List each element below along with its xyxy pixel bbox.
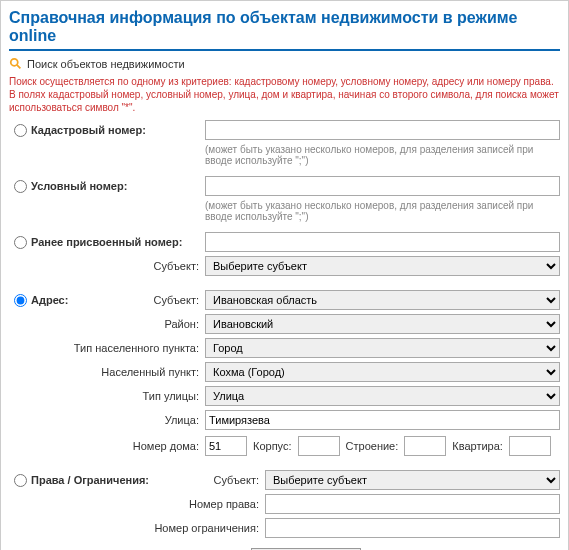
- input-addr-street[interactable]: [205, 410, 560, 430]
- label-rights-limit: Номер ограничения:: [27, 522, 265, 534]
- label-addr-street: Улица:: [27, 414, 205, 426]
- label-cadastral: Кадастровый номер:: [27, 124, 205, 136]
- search-icon: [9, 57, 23, 71]
- form-container: Справочная информация по объектам недвиж…: [0, 0, 569, 550]
- select-addr-np[interactable]: Кохма (Город): [205, 362, 560, 382]
- note-cadastral: (может быть указано несколько номеров, д…: [9, 144, 560, 166]
- label-addr-streettype: Тип улицы:: [27, 390, 205, 402]
- label-rights-subject: Субъект:: [167, 474, 265, 486]
- label-addr-house: Номер дома:: [27, 440, 205, 452]
- label-rights: Права / Ограничения:: [27, 474, 167, 486]
- search-header: Поиск объектов недвижимости: [9, 57, 560, 71]
- radio-cadastral[interactable]: [14, 124, 27, 137]
- svg-line-1: [17, 65, 21, 69]
- label-addr-subject: Субъект:: [87, 294, 205, 306]
- svg-point-0: [11, 59, 18, 66]
- label-addr-build: Строение:: [346, 440, 399, 452]
- hint-text: Поиск осуществляется по одному из критер…: [9, 75, 560, 114]
- input-prev[interactable]: [205, 232, 560, 252]
- note-conditional: (может быть указано несколько номеров, д…: [9, 200, 560, 222]
- select-addr-subject[interactable]: Ивановская область: [205, 290, 560, 310]
- select-addr-streettype[interactable]: Улица: [205, 386, 560, 406]
- hint-line-1: Поиск осуществляется по одному из критер…: [9, 75, 560, 88]
- radio-prev[interactable]: [14, 236, 27, 249]
- label-rights-num: Номер права:: [27, 498, 265, 510]
- input-cadastral[interactable]: [205, 120, 560, 140]
- label-conditional: Условный номер:: [27, 180, 205, 192]
- input-addr-house[interactable]: [205, 436, 247, 456]
- input-addr-build[interactable]: [404, 436, 446, 456]
- select-rights-subject[interactable]: Выберите субъект: [265, 470, 560, 490]
- input-addr-korpus[interactable]: [298, 436, 340, 456]
- label-addr-rayon: Район:: [27, 318, 205, 330]
- input-rights-num[interactable]: [265, 494, 560, 514]
- search-header-text: Поиск объектов недвижимости: [27, 58, 185, 70]
- label-addr-typenp: Тип населенного пункта:: [27, 342, 205, 354]
- label-address: Адрес:: [27, 294, 87, 306]
- hint-line-2: В полях кадастровый номер, условный номе…: [9, 88, 560, 114]
- radio-address[interactable]: [14, 294, 27, 307]
- label-addr-np: Населенный пункт:: [27, 366, 205, 378]
- select-prev-subject[interactable]: Выберите субъект: [205, 256, 560, 276]
- label-prev: Ранее присвоенный номер:: [27, 236, 205, 248]
- label-prev-subject: Субъект:: [27, 260, 205, 272]
- label-addr-flat: Квартира:: [452, 440, 503, 452]
- radio-conditional[interactable]: [14, 180, 27, 193]
- label-addr-korpus: Корпус:: [253, 440, 292, 452]
- radio-rights[interactable]: [14, 474, 27, 487]
- page-title: Справочная информация по объектам недвиж…: [9, 9, 560, 51]
- input-conditional[interactable]: [205, 176, 560, 196]
- select-addr-rayon[interactable]: Ивановский: [205, 314, 560, 334]
- input-addr-flat[interactable]: [509, 436, 551, 456]
- input-rights-limit[interactable]: [265, 518, 560, 538]
- select-addr-typenp[interactable]: Город: [205, 338, 560, 358]
